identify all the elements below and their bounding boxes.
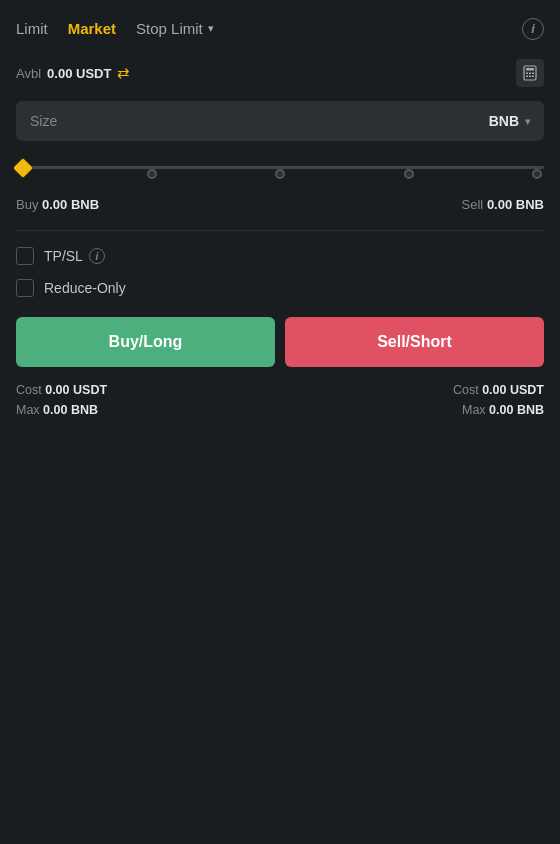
svg-rect-2 — [526, 73, 528, 75]
avbl-label: Avbl — [16, 66, 41, 81]
buy-cost-value: 0.00 USDT — [45, 383, 107, 397]
tpsl-info-icon[interactable]: i — [89, 248, 105, 264]
svg-rect-6 — [529, 76, 531, 78]
tick-100[interactable] — [532, 169, 542, 179]
tab-limit[interactable]: Limit — [16, 16, 48, 41]
sell-cost: Cost 0.00 USDT — [453, 383, 544, 397]
reduce-only-checkbox[interactable] — [16, 279, 34, 297]
svg-rect-4 — [532, 73, 534, 75]
tab-bar: Limit Market Stop Limit ▾ i — [16, 16, 544, 41]
svg-rect-1 — [526, 68, 534, 71]
tpsl-checkbox[interactable] — [16, 247, 34, 265]
size-slider[interactable] — [16, 155, 544, 179]
buy-long-button[interactable]: Buy/Long — [16, 317, 275, 367]
buy-value: 0.00 BNB — [42, 197, 99, 212]
sell-cost-value: 0.00 USDT — [482, 383, 544, 397]
buy-cost: Cost 0.00 USDT — [16, 383, 107, 397]
tpsl-label: TP/SL i — [44, 248, 105, 264]
buy-max-value: 0.00 BNB — [43, 403, 98, 417]
buy-label: Buy — [16, 197, 38, 212]
size-currency: BNB — [489, 113, 519, 129]
sell-value: 0.00 BNB — [487, 197, 544, 212]
checkbox-section: TP/SL i Reduce-Only — [16, 247, 544, 297]
tpsl-row: TP/SL i — [16, 247, 544, 265]
sell-max: Max 0.00 BNB — [462, 403, 544, 417]
sell-cost-label: Cost — [453, 383, 479, 397]
cost-row: Cost 0.00 USDT Cost 0.00 USDT — [16, 383, 544, 397]
svg-rect-5 — [526, 76, 528, 78]
avbl-value: 0.00 USDT — [47, 66, 111, 81]
sell-short-button[interactable]: Sell/Short — [285, 317, 544, 367]
currency-selector[interactable]: BNB ▾ — [489, 113, 530, 129]
calculator-icon[interactable] — [516, 59, 544, 87]
size-label: Size — [30, 113, 57, 129]
action-buttons: Buy/Long Sell/Short — [16, 317, 544, 367]
sell-label: Sell — [462, 197, 484, 212]
buy-max-label: Max — [16, 403, 40, 417]
size-input[interactable]: Size BNB ▾ — [16, 101, 544, 141]
tick-25[interactable] — [147, 169, 157, 179]
chevron-down-icon: ▾ — [208, 22, 214, 35]
amounts-row: Buy 0.00 BNB Sell 0.00 BNB — [16, 197, 544, 212]
stop-limit-label: Stop Limit — [136, 20, 203, 37]
sell-max-label: Max — [462, 403, 486, 417]
sell-max-value: 0.00 BNB — [489, 403, 544, 417]
chevron-down-icon: ▾ — [525, 116, 530, 127]
tab-stop-limit[interactable]: Stop Limit ▾ — [136, 20, 214, 37]
slider-ticks — [16, 169, 544, 179]
transfer-icon[interactable]: ⇄ — [117, 64, 130, 82]
buy-cost-label: Cost — [16, 383, 42, 397]
tab-market[interactable]: Market — [68, 16, 116, 41]
max-row: Max 0.00 BNB Max 0.00 BNB — [16, 403, 544, 417]
buy-max: Max 0.00 BNB — [16, 403, 98, 417]
svg-rect-7 — [532, 76, 534, 78]
buy-amount: Buy 0.00 BNB — [16, 197, 99, 212]
svg-rect-3 — [529, 73, 531, 75]
tick-50[interactable] — [275, 169, 285, 179]
sell-amount: Sell 0.00 BNB — [462, 197, 544, 212]
avbl-row: Avbl 0.00 USDT ⇄ — [16, 59, 544, 87]
tick-75[interactable] — [404, 169, 414, 179]
avbl-info: Avbl 0.00 USDT ⇄ — [16, 64, 130, 82]
info-icon[interactable]: i — [522, 18, 544, 40]
reduce-only-label: Reduce-Only — [44, 280, 126, 296]
reduce-only-row: Reduce-Only — [16, 279, 544, 297]
divider — [16, 230, 544, 231]
